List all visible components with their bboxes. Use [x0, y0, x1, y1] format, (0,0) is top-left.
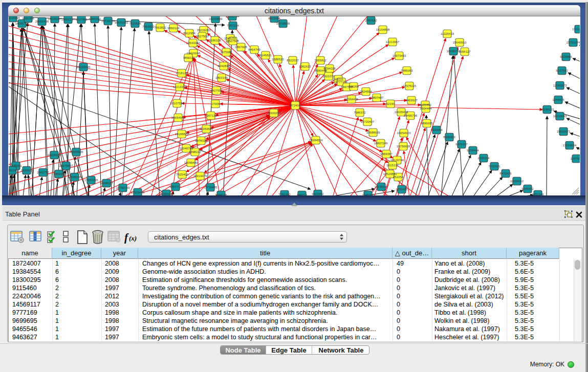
svg-text:8454749: 8454749	[248, 48, 260, 51]
svg-text:16033809: 16033809	[209, 17, 223, 20]
svg-text:15136141: 15136141	[375, 185, 388, 188]
svg-text:17359926: 17359926	[70, 150, 83, 154]
svg-text:10853287: 10853287	[61, 18, 75, 21]
svg-text:9857771: 9857771	[169, 185, 182, 188]
svg-text:17006: 17006	[211, 102, 220, 105]
svg-text:9899695: 9899695	[421, 122, 433, 125]
svg-text:1615132: 1615132	[386, 164, 399, 167]
svg-text:12093873: 12093873	[553, 84, 567, 87]
svg-text:18035267: 18035267	[48, 17, 62, 20]
svg-text:7986372: 7986372	[354, 111, 366, 114]
svg-text:6466160: 6466160	[89, 17, 101, 20]
svg-text:14055712: 14055712	[15, 22, 29, 25]
svg-text:35226053: 35226053	[197, 29, 211, 32]
svg-text:1167533: 1167533	[571, 157, 580, 160]
svg-text:7632621: 7632621	[488, 165, 500, 168]
svg-text:11353594: 11353594	[200, 127, 213, 130]
svg-text:10958107: 10958107	[100, 182, 114, 185]
svg-text:145194: 145194	[54, 172, 64, 176]
svg-text:2718126: 2718126	[176, 72, 188, 75]
svg-text:1096127: 1096127	[459, 50, 471, 53]
svg-text:7955812: 7955812	[314, 59, 326, 62]
svg-text:8186328: 8186328	[209, 39, 221, 42]
svg-text:9831246: 9831246	[532, 193, 544, 195]
svg-text:10807487: 10807487	[370, 96, 384, 99]
svg-text:16154808: 16154808	[376, 28, 390, 31]
svg-text:7663822: 7663822	[154, 26, 166, 29]
svg-text:3824554: 3824554	[360, 90, 372, 93]
svg-text:20364436: 20364436	[345, 98, 359, 101]
svg-text:20053346: 20053346	[77, 65, 91, 69]
svg-text:18300295: 18300295	[267, 112, 281, 115]
svg-text:f: f	[124, 231, 129, 244]
svg-text:9329966: 9329966	[560, 55, 572, 58]
svg-text:12213967: 12213967	[386, 40, 400, 43]
svg-text:3498222: 3498222	[189, 150, 201, 154]
svg-text:989013: 989013	[183, 56, 194, 59]
svg-text:16782759: 16782759	[116, 186, 130, 189]
svg-text:10107554: 10107554	[170, 102, 184, 105]
svg-text:2635061: 2635061	[10, 164, 22, 167]
svg-text:9044176: 9044176	[215, 193, 227, 195]
svg-text:9660124: 9660124	[167, 27, 180, 30]
svg-text:8878334: 8878334	[195, 139, 207, 142]
svg-text:18724007: 18724007	[289, 104, 302, 107]
svg-text:20691406: 20691406	[35, 20, 49, 23]
svg-text:12923448: 12923448	[131, 191, 145, 194]
svg-text:15640910: 15640910	[453, 41, 467, 44]
svg-text:9913452: 9913452	[312, 192, 324, 195]
svg-text:9527508: 9527508	[227, 39, 239, 42]
svg-text:17016504: 17016504	[563, 144, 577, 147]
svg-text:9227543: 9227543	[556, 69, 568, 72]
svg-text:16495796: 16495796	[404, 114, 418, 117]
svg-text:8912954: 8912954	[183, 32, 195, 35]
svg-text:1588520: 1588520	[272, 58, 284, 61]
svg-text:8427552: 8427552	[210, 89, 223, 92]
svg-text:17957255: 17957255	[84, 179, 98, 182]
svg-text:8322037: 8322037	[287, 59, 299, 62]
svg-text:9777169: 9777169	[335, 80, 347, 83]
svg-text:15720407: 15720407	[361, 120, 375, 123]
svg-text:10688609: 10688609	[366, 131, 380, 134]
svg-text:22420046: 22420046	[187, 52, 201, 55]
svg-text:1362615: 1362615	[299, 65, 311, 68]
svg-text:1244415: 1244415	[552, 98, 564, 101]
svg-text:848213: 848213	[297, 193, 308, 195]
svg-text:9463627: 9463627	[405, 99, 418, 102]
svg-text:10046769: 10046769	[180, 147, 193, 150]
svg-text:(x): (x)	[129, 234, 137, 242]
svg-text:19218506: 19218506	[276, 22, 290, 25]
svg-text:1527602: 1527602	[75, 18, 88, 21]
svg-text:6479197: 6479197	[455, 143, 468, 146]
svg-text:10719155: 10719155	[101, 19, 115, 23]
svg-text:19654945: 19654945	[171, 116, 185, 119]
svg-text:14099489: 14099489	[184, 161, 198, 164]
svg-text:19166829: 19166829	[175, 133, 189, 136]
svg-text:16671355: 16671355	[115, 21, 128, 24]
svg-text:7663822: 7663822	[142, 25, 155, 28]
svg-text:3675685: 3675685	[220, 51, 232, 54]
svg-text:2942757: 2942757	[37, 171, 49, 174]
svg-text:11122907: 11122907	[572, 28, 580, 31]
svg-text:16914479: 16914479	[193, 174, 207, 178]
svg-text:7791340: 7791340	[278, 193, 291, 195]
svg-text:9146821: 9146821	[259, 54, 272, 57]
svg-text:18331794: 18331794	[226, 16, 239, 18]
svg-text:15692971: 15692971	[557, 130, 571, 133]
svg-text:23975867: 23975867	[59, 164, 73, 167]
svg-text:10120746: 10120746	[390, 159, 404, 162]
svg-text:16210643: 16210643	[553, 115, 567, 118]
svg-text:20214394: 20214394	[9, 16, 20, 19]
svg-text:15938123: 15938123	[540, 108, 554, 111]
svg-text:9331398: 9331398	[22, 17, 34, 20]
svg-text:746266: 746266	[349, 85, 359, 88]
svg-text:10025433: 10025433	[395, 111, 408, 114]
svg-text:2803144: 2803144	[215, 76, 228, 79]
svg-text:8938923: 8938923	[443, 136, 455, 139]
svg-text:1156819: 1156819	[21, 169, 33, 172]
svg-text:18807249: 18807249	[374, 142, 388, 145]
svg-text:19756928: 19756928	[397, 145, 410, 148]
svg-text:10973493: 10973493	[393, 54, 406, 57]
svg-text:12213369: 12213369	[173, 85, 187, 89]
svg-text:7515526: 7515526	[129, 22, 141, 25]
